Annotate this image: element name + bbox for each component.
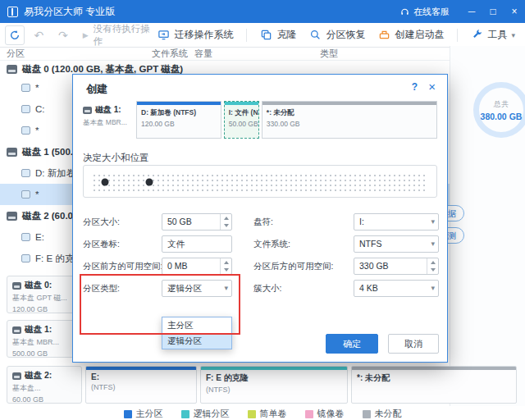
space-after-label: 分区后方的可用空间: [253,261,354,272]
disk-card-1[interactable]: 磁盘 1: 基本盘 MBR... 500.00 GB [7,320,82,358]
partition-icon [21,190,30,199]
partition-color-bar [225,102,258,105]
disk-icon [7,212,17,221]
spinner-down-icon[interactable] [221,267,231,275]
disk-card-type: 基本盘 MBR... [12,337,76,348]
partition-color-bar [137,102,221,105]
partition-color-bar [262,102,436,105]
legend-label: 镜像卷 [317,408,345,420]
space-after-input[interactable]: 330 GB [354,258,439,275]
partition-type-select[interactable]: 逻辑分区▾ [162,280,232,297]
partition-block-e[interactable]: E: (NTFS) [85,366,197,404]
slider-track[interactable] [92,173,428,191]
refresh-button[interactable] [5,25,25,45]
migrate-os-label: 迁移操作系统 [174,28,233,42]
minimize-icon: ─ [468,6,476,17]
row-label: E: [35,232,44,242]
pending-operations-label: 没有待执行操作 [94,23,158,48]
clone-button[interactable]: 克隆 [260,28,296,42]
title-bar: 易我分区大师 专业版 在线客服 ─ □ × [0,0,525,23]
volume-label-input[interactable]: 文件 [162,235,232,253]
spinner [220,214,231,230]
tools-menu-button[interactable]: 工具 ▾ [471,28,515,42]
partition-block-unallocated[interactable]: *: 未分配 [351,366,517,404]
drive-letter-label: 盘符: [253,217,354,228]
redo-icon: ↷ [58,30,68,41]
refresh-icon [9,30,21,41]
wipe-data-label-fragment: 据 [448,208,457,218]
help-button[interactable]: ? [412,81,418,93]
size-position-slider [83,165,437,198]
online-support-button[interactable]: 在线客服 [388,0,461,23]
spinner [427,258,438,274]
slider-handle-right[interactable] [145,179,153,186]
partition-recovery-button[interactable]: 分区恢复 [309,28,365,42]
redo-button[interactable]: ↷ [53,25,73,45]
spinner-up-icon[interactable] [427,258,438,267]
space-before-input[interactable]: 0 MB [162,258,232,275]
disk-icon [83,107,92,114]
partition-block-f[interactable]: F: E 的克隆 (NTFS) [200,366,348,404]
undo-button[interactable]: ↶ [30,25,49,45]
undo-icon: ↶ [34,30,44,41]
size-position-section-title: 决定大小和位置 [83,152,149,164]
chevron-down-icon: ▾ [431,214,435,230]
spinner-down-icon[interactable] [221,222,231,231]
dialog-partition-unallocated[interactable]: *: 未分配 330.00 GB [262,101,437,139]
partition-fs: (NTFS) [206,386,342,394]
partition-icon [21,84,30,92]
cancel-button[interactable]: 取消 [388,334,439,354]
create-boot-disk-button[interactable]: 创建启动盘 [378,28,444,42]
disk-icon [12,372,21,380]
dialog-disk-strip: 磁盘 1: 基本盘 MBR... D: 新加卷 (NTFS) 120.00 GB… [83,101,437,139]
dropdown-option-primary[interactable]: 主分区 [162,317,231,333]
spinner-down-icon[interactable] [427,267,438,275]
boot-disk-icon [378,29,390,41]
partition-label: *: 未分配 [267,108,433,118]
help-icon: ? [412,81,418,93]
disk-card-name: 磁盘 0: [25,280,52,291]
chevron-down-icon: ▾ [224,281,228,296]
legend-label: 逻辑分区 [194,408,230,420]
migrate-os-button[interactable]: 迁移操作系统 [158,28,233,42]
space-after-value: 330 GB [359,261,389,271]
partition-color-bar [201,367,347,370]
dialog-partition-new[interactable]: I: 文件 (N... 50.00 GB [224,101,259,139]
dialog-partition-d[interactable]: D: 新加卷 (NTFS) 120.00 GB [136,101,221,139]
column-filesystem: 文件系统 [152,48,188,60]
filesystem-select[interactable]: NTFS▾ [354,235,439,253]
legend-item: 未分配 [363,408,402,420]
disk-card-2[interactable]: 磁盘 2: 基本盘... 60.00 GB [7,366,82,404]
drive-letter-value: I: [359,217,364,226]
clone-icon [260,29,272,41]
minimize-button[interactable]: ─ [461,0,482,23]
volume-label-label: 分区卷标: [83,239,162,250]
cluster-size-select[interactable]: 4 KB▾ [354,280,439,297]
dialog-disk-name: 磁盘 1: [95,104,121,116]
drive-letter-select[interactable]: I:▾ [354,213,439,231]
ok-button[interactable]: 确定 [326,334,378,354]
partition-size: 50.00 GB [229,120,255,128]
row-label: * [35,189,39,199]
row-label: 磁盘 2 (60.00 [22,210,78,222]
partition-icon [21,126,30,135]
maximize-button[interactable]: □ [482,0,504,23]
spinner-up-icon[interactable] [221,214,231,222]
disk-card-name: 磁盘 1: [25,324,52,336]
partition-label: F: E 的克隆 [206,372,342,384]
row-label: C: [35,104,45,114]
dialog-close-button[interactable]: × [428,80,436,94]
application-window: 易我分区大师 专业版 在线客服 ─ □ × ↶ ↷ ▶ 没有待执行操作 迁移操作… [0,0,525,420]
disk-card-0[interactable]: 磁盘 0: 基本盘 GPT 磁... 120.00 GB [7,276,82,313]
disk-card-type: 基本盘 GPT 磁... [12,293,76,304]
capacity-gauge: 总共 380.00 GB [473,82,525,138]
partition-recovery-icon [309,29,322,41]
partition-size-input[interactable]: 50 GB [162,213,232,231]
spinner-up-icon[interactable] [221,258,231,267]
pending-operations-status: ▶ 没有待执行操作 [83,23,158,48]
partition-type-value: 逻辑分区 [167,283,202,293]
space-before-value: 0 MB [167,261,188,271]
close-button[interactable]: × [504,0,525,23]
dropdown-option-logical[interactable]: 逻辑分区 [162,333,231,349]
slider-handle-left[interactable] [102,179,109,186]
